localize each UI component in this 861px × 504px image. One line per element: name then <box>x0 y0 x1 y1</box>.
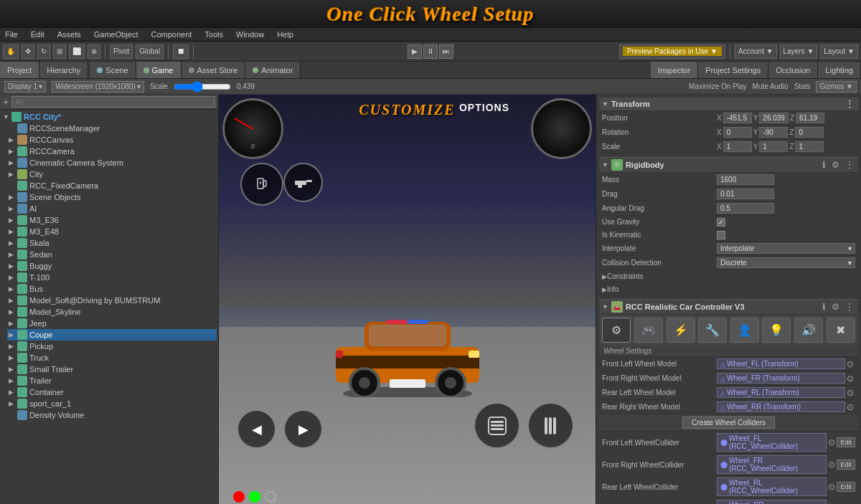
account-dropdown[interactable]: Account ▼ <box>735 44 777 59</box>
layers-dropdown[interactable]: Layers ▼ <box>780 44 818 59</box>
tree-item-buggy[interactable]: ▶ Buggy <box>7 260 217 272</box>
resolution-dropdown[interactable]: Widescreen (1920x1080) ▾ <box>52 81 144 92</box>
rcc-settings-icon[interactable]: ⚙ <box>830 302 841 312</box>
tab-inspector[interactable]: Inspector <box>651 62 698 78</box>
rr-wheel-model-ref[interactable]: △ Wheel_RR (Transform) <box>717 401 845 412</box>
rot-z[interactable]: 0 <box>795 127 824 138</box>
drag-value[interactable]: 0.01 <box>717 189 774 199</box>
tree-item-smalltrailer[interactable]: ▶ Small Trailer <box>7 363 217 375</box>
fl-collider-edit-btn[interactable]: Edit <box>837 437 855 447</box>
tree-item-bus[interactable]: ▶ Bus <box>7 283 217 295</box>
rot-y[interactable]: -90 <box>759 127 788 138</box>
center-viewport[interactable]: 0 CUSTOMIZE OPTIONS <box>219 95 596 504</box>
hierarchy-add-btn[interactable]: + <box>3 96 9 108</box>
rcc-info-icon[interactable]: ℹ <box>821 302 827 312</box>
tab-occlusion[interactable]: Occlusion <box>768 62 818 78</box>
tree-item-scene-objects[interactable]: ▶ Scene Objects <box>7 191 217 203</box>
create-wheel-colliders-btn[interactable]: Create Wheel Colliders <box>682 417 775 429</box>
fl-wheel-model-ref[interactable]: △ Wheel_FL (Transform) <box>717 358 845 369</box>
rcc-btn-tools[interactable]: ✖ <box>827 318 855 343</box>
toolbar-transform-move[interactable]: ✥ <box>22 44 34 59</box>
tab-lighting[interactable]: Lighting <box>818 62 861 78</box>
display-dropdown[interactable]: Display 1 ▾ <box>4 81 46 92</box>
menu-gameobject[interactable]: GameObject <box>92 29 141 39</box>
tree-item-jeep[interactable]: ▶ Jeep <box>7 318 217 329</box>
scale-x[interactable]: 1 <box>723 141 752 152</box>
rcc-btn-config4[interactable]: 🔧 <box>698 318 727 343</box>
tree-item-modelskyline[interactable]: ▶ Model_Skyline <box>7 306 217 318</box>
play-button[interactable]: ▶ <box>408 44 422 59</box>
tree-item-skala[interactable]: ▶ Skala <box>7 237 217 249</box>
tree-item-container[interactable]: ▶ Container <box>7 386 217 398</box>
rl-wheel-model-target[interactable]: ⊙ <box>845 388 855 398</box>
toolbar-transform-scale[interactable]: ⊞ <box>53 44 66 59</box>
tree-item-pickup[interactable]: ▶ Pickup <box>7 341 217 352</box>
rl-wheel-model-ref[interactable]: △ Wheel_RL (Transform) <box>717 387 845 398</box>
pause-button[interactable]: ⏸ <box>423 44 438 59</box>
tree-item-truck[interactable]: ▶ Truck <box>7 352 217 363</box>
tree-item-fixedcam[interactable]: RCC_FixedCamera <box>7 180 217 191</box>
rcc-btn-person[interactable]: 👤 <box>730 318 759 343</box>
tree-item-sportcar[interactable]: ▶ sport_car_1 <box>7 398 217 409</box>
tree-item-rcc-city[interactable]: ▼ RCC City* <box>1 111 217 123</box>
rr-collider-ref[interactable]: ⬤ Wheel_RR (RCC_WheelCollider) <box>717 500 827 504</box>
layout-dropdown[interactable]: Layout ▼ <box>820 44 858 59</box>
weapon-button[interactable] <box>283 163 323 202</box>
tab-game[interactable]: Game <box>136 62 182 78</box>
tree-item-rccscenemanager[interactable]: RCCSceneManager <box>7 123 217 134</box>
pos-z[interactable]: 61.19 <box>796 113 824 123</box>
toolbar-global-button[interactable]: Global <box>136 44 164 59</box>
preview-packages-dropdown[interactable]: Preview Packages in Use ▼ <box>619 44 725 59</box>
tab-project-settings[interactable]: Project Settings <box>698 62 768 78</box>
tab-asset-store[interactable]: Asset Store <box>182 62 246 78</box>
tree-item-t100[interactable]: ▶ T-100 <box>7 272 217 283</box>
rl-collider-target[interactable]: ⊙ <box>827 482 837 492</box>
nav-back-button[interactable]: ◀ <box>237 409 276 449</box>
fl-collider-target[interactable]: ⊙ <box>827 437 837 447</box>
tab-animator[interactable]: Animator <box>245 62 301 78</box>
tree-item-ai[interactable]: ▶ AI <box>7 203 217 214</box>
use-gravity-checkbox[interactable] <box>717 218 725 227</box>
fl-wheel-model-target[interactable]: ⊙ <box>845 359 855 369</box>
toolbar-snap[interactable]: 🔲 <box>173 44 189 59</box>
tree-item-density-volume[interactable]: Density Volume <box>7 409 217 421</box>
tree-item-trailer[interactable]: ▶ Trailer <box>7 375 217 386</box>
scale-y[interactable]: 1 <box>759 141 788 152</box>
tab-scene[interactable]: Scene <box>90 62 136 78</box>
rr-wheel-model-target[interactable]: ⊙ <box>845 402 855 412</box>
menu-component[interactable]: Component <box>149 29 194 39</box>
toolbar-transform-rotate[interactable]: ↻ <box>37 44 50 59</box>
interpolate-dropdown[interactable]: Interpolate ▾ <box>717 243 855 254</box>
fr-collider-edit-btn[interactable]: Edit <box>837 460 855 470</box>
fr-collider-target[interactable]: ⊙ <box>827 460 837 470</box>
rcc-btn-wheel[interactable]: ⚙ <box>602 318 631 343</box>
rcc-btn-light[interactable]: 💡 <box>762 318 791 343</box>
handbrake-button[interactable] <box>527 402 574 449</box>
fr-collider-ref[interactable]: ⬤ Wheel_FR (RCC_WheelCollider) <box>717 455 827 474</box>
tree-item-m3e48[interactable]: ▶ M3_E48 <box>7 226 217 237</box>
rigidbody-settings-icon[interactable]: ⚙ <box>830 160 841 170</box>
fr-wheel-model-target[interactable]: ⊙ <box>845 374 855 384</box>
menu-assets[interactable]: Assets <box>55 29 83 39</box>
rl-collider-ref[interactable]: ⬤ Wheel_RL (RCC_WheelCollider) <box>717 477 827 496</box>
fl-collider-ref[interactable]: ⬤ Wheel_FL (RCC_WheelCollider) <box>717 433 827 452</box>
rcc-menu-icon[interactable]: ⋮ <box>844 302 855 312</box>
gizmos-dropdown[interactable]: Gizmos ▼ <box>816 81 857 92</box>
menu-help[interactable]: Help <box>275 29 296 39</box>
toolbar-transform-combined[interactable]: ⊕ <box>88 44 100 59</box>
menu-tools[interactable]: Tools <box>202 29 225 39</box>
fr-wheel-model-ref[interactable]: △ Wheel_FR (Transform) <box>717 373 845 384</box>
tree-item-rcccamera[interactable]: ▶ RCCCamera <box>7 146 217 157</box>
tree-item-coupe[interactable]: ▶ Coupe <box>7 329 217 341</box>
mass-value[interactable]: 1600 <box>717 174 774 185</box>
tree-item-city[interactable]: ▶ City <box>7 168 217 180</box>
tab-project[interactable]: Project <box>0 62 39 78</box>
toolbar-transform-rect[interactable]: ⬜ <box>69 44 85 59</box>
pos-x[interactable]: -451.5 <box>723 113 752 123</box>
fuel-button[interactable] <box>240 163 283 206</box>
rcc-btn-steer[interactable]: 🎮 <box>634 318 663 343</box>
pos-y[interactable]: 26.039 <box>759 113 789 123</box>
angular-drag-value[interactable]: 0.5 <box>717 203 774 214</box>
menu-window[interactable]: Window <box>234 29 266 39</box>
rot-x[interactable]: 0 <box>723 127 752 138</box>
